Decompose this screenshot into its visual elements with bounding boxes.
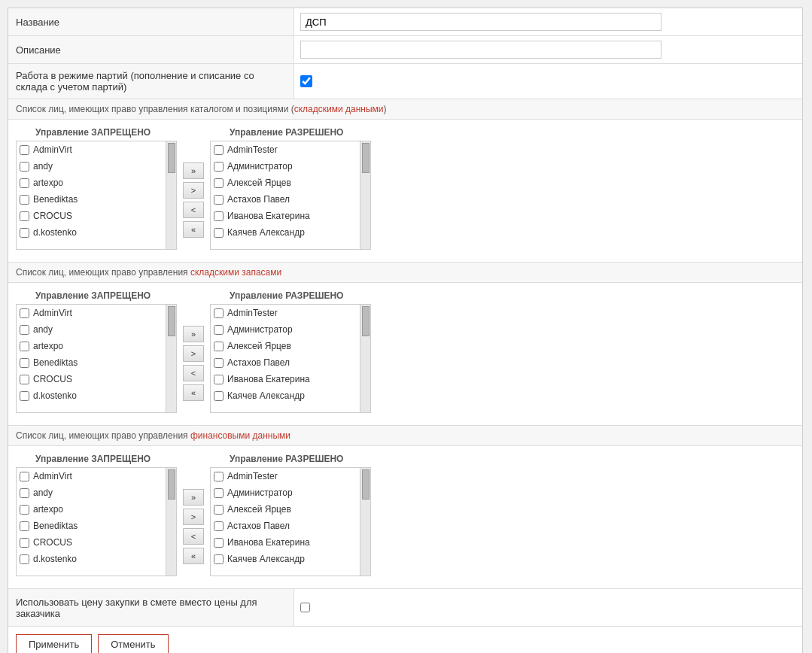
apply-button[interactable]: Применить xyxy=(16,634,92,653)
stock-btn-all-left[interactable]: « xyxy=(183,384,204,401)
list-item[interactable]: Алексей Ярцев xyxy=(211,501,360,518)
finance-allowed-listbox[interactable]: AdminTester Администратор Алексей Ярцев … xyxy=(210,467,360,576)
list-item[interactable]: artexpo xyxy=(17,501,166,518)
stock-allowed-check-1[interactable] xyxy=(214,325,224,335)
name-input[interactable] xyxy=(300,13,661,31)
catalog-btn-all-right[interactable]: » xyxy=(183,162,204,179)
catalog-allowed-check-3[interactable] xyxy=(214,195,224,205)
list-item[interactable]: Администратор xyxy=(211,321,360,338)
finance-forbidden-check-3[interactable] xyxy=(20,521,29,531)
batch-checkbox[interactable] xyxy=(300,75,312,87)
finance-allowed-scrollbar[interactable] xyxy=(360,467,371,576)
finance-allowed-check-3[interactable] xyxy=(214,521,224,531)
finance-forbidden-scrollbar[interactable] xyxy=(166,467,177,576)
finance-allowed-check-5[interactable] xyxy=(214,554,224,564)
stock-allowed-check-2[interactable] xyxy=(214,342,224,351)
stock-forbidden-check-1[interactable] xyxy=(20,325,29,335)
list-item[interactable]: Администратор xyxy=(211,158,360,175)
list-item[interactable]: Иванова Екатерина xyxy=(211,371,360,387)
stock-btn-right[interactable]: > xyxy=(183,345,204,362)
catalog-allowed-scrollbar[interactable] xyxy=(360,141,371,250)
stock-allowed-check-0[interactable] xyxy=(214,308,224,318)
finance-forbidden-check-2[interactable] xyxy=(20,505,29,515)
catalog-forbidden-listbox[interactable]: AdminVirt andy artexpo Benediktas CROCUS… xyxy=(16,141,166,250)
catalog-btn-right[interactable]: > xyxy=(183,182,204,199)
stock-allowed-check-4[interactable] xyxy=(214,375,224,384)
stock-forbidden-check-4[interactable] xyxy=(20,375,29,384)
catalog-forbidden-check-3[interactable] xyxy=(20,195,29,205)
catalog-allowed-listbox[interactable]: AdminTester Администратор Алексей Ярцев … xyxy=(210,141,360,250)
catalog-allowed-check-1[interactable] xyxy=(214,162,224,172)
stock-forbidden-listbox[interactable]: AdminVirt andy artexpo Benediktas CROCUS… xyxy=(16,304,166,413)
stock-forbidden-check-0[interactable] xyxy=(20,308,29,318)
list-item[interactable]: AdminTester xyxy=(211,468,360,484)
list-item[interactable]: Астахов Павел xyxy=(211,191,360,208)
list-item[interactable]: AdminVirt xyxy=(17,468,166,484)
list-item[interactable]: Астахов Павел xyxy=(211,518,360,534)
list-item[interactable]: Benediktas xyxy=(17,518,166,534)
catalog-allowed-check-5[interactable] xyxy=(214,228,224,238)
stock-forbidden-check-3[interactable] xyxy=(20,358,29,368)
stock-btn-all-right[interactable]: » xyxy=(183,326,204,342)
finance-forbidden-check-0[interactable] xyxy=(20,472,29,481)
catalog-forbidden-check-0[interactable] xyxy=(20,145,29,155)
finance-btn-right[interactable]: > xyxy=(183,509,204,525)
list-item[interactable]: andy xyxy=(17,484,166,501)
list-item[interactable]: d.kostenko xyxy=(17,551,166,567)
list-item[interactable]: andy xyxy=(17,158,166,175)
list-item[interactable]: CROCUS xyxy=(17,208,166,224)
list-item[interactable]: AdminTester xyxy=(211,141,360,158)
list-item[interactable]: andy xyxy=(17,321,166,338)
stock-allowed-check-3[interactable] xyxy=(214,358,224,368)
list-item[interactable]: AdminVirt xyxy=(17,305,166,321)
stock-btn-left[interactable]: < xyxy=(183,365,204,381)
list-item[interactable]: CROCUS xyxy=(17,371,166,387)
list-item[interactable]: Иванова Екатерина xyxy=(211,208,360,224)
stock-forbidden-scrollbar[interactable] xyxy=(166,304,177,413)
list-item[interactable]: Администратор xyxy=(211,484,360,501)
catalog-allowed-check-4[interactable] xyxy=(214,211,224,221)
finance-btn-left[interactable]: < xyxy=(183,528,204,545)
stock-allowed-scrollbar[interactable] xyxy=(360,304,371,413)
list-item[interactable]: d.kostenko xyxy=(17,224,166,241)
catalog-forbidden-check-4[interactable] xyxy=(20,211,29,221)
list-item[interactable]: CROCUS xyxy=(17,534,166,551)
stock-forbidden-check-5[interactable] xyxy=(20,391,29,401)
cancel-button[interactable]: Отменить xyxy=(98,634,168,653)
list-item[interactable]: artexpo xyxy=(17,175,166,191)
finance-btn-all-right[interactable]: » xyxy=(183,489,204,506)
description-input[interactable] xyxy=(300,41,661,59)
use-purchase-checkbox[interactable] xyxy=(300,603,310,612)
list-item[interactable]: artexpo xyxy=(17,338,166,354)
list-item[interactable]: Каячев Александр xyxy=(211,387,360,404)
list-item[interactable]: Каячев Александр xyxy=(211,551,360,567)
finance-allowed-check-0[interactable] xyxy=(214,472,224,481)
list-item[interactable]: Алексей Ярцев xyxy=(211,175,360,191)
finance-forbidden-listbox[interactable]: AdminVirt andy artexpo Benediktas CROCUS… xyxy=(16,467,166,576)
list-item[interactable]: Иванова Екатерина xyxy=(211,534,360,551)
stock-allowed-check-5[interactable] xyxy=(214,391,224,401)
catalog-btn-left[interactable]: < xyxy=(183,202,204,218)
catalog-forbidden-check-5[interactable] xyxy=(20,228,29,238)
catalog-allowed-check-2[interactable] xyxy=(214,178,224,188)
list-item[interactable]: Алексей Ярцев xyxy=(211,338,360,354)
stock-forbidden-check-2[interactable] xyxy=(20,342,29,351)
catalog-allowed-check-0[interactable] xyxy=(214,145,224,155)
catalog-forbidden-check-1[interactable] xyxy=(20,162,29,172)
catalog-forbidden-scrollbar[interactable] xyxy=(166,141,177,250)
list-item[interactable]: Benediktas xyxy=(17,354,166,371)
list-item[interactable]: Каячев Александр xyxy=(211,224,360,241)
catalog-btn-all-left[interactable]: « xyxy=(183,221,204,238)
finance-btn-all-left[interactable]: « xyxy=(183,548,204,564)
list-item[interactable]: AdminTester xyxy=(211,305,360,321)
catalog-forbidden-check-2[interactable] xyxy=(20,178,29,188)
stock-allowed-listbox[interactable]: AdminTester Администратор Алексей Ярцев … xyxy=(210,304,360,413)
list-item[interactable]: d.kostenko xyxy=(17,387,166,404)
list-item[interactable]: Benediktas xyxy=(17,191,166,208)
finance-allowed-check-2[interactable] xyxy=(214,505,224,515)
list-item[interactable]: Астахов Павел xyxy=(211,354,360,371)
finance-allowed-check-1[interactable] xyxy=(214,488,224,498)
finance-forbidden-check-4[interactable] xyxy=(20,538,29,548)
finance-forbidden-check-5[interactable] xyxy=(20,554,29,564)
list-item[interactable]: AdminVirt xyxy=(17,141,166,158)
